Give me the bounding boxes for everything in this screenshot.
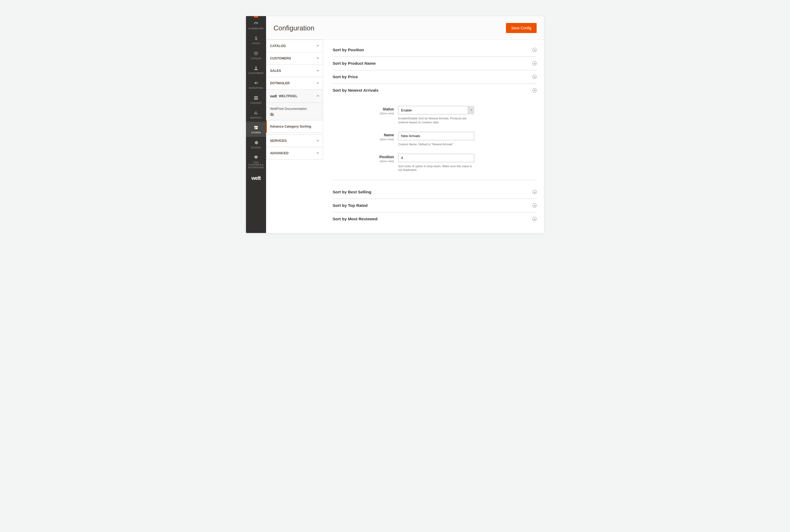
sidebar-item-dashboard[interactable]: DASHBOARD: [246, 18, 266, 33]
store-icon: 🏬: [270, 112, 274, 116]
section-sort-best-selling[interactable]: Sort by Best Selling: [333, 186, 537, 199]
section-title: Sort by Newest Arrivals: [333, 88, 378, 93]
page-title: Configuration: [274, 24, 315, 32]
cfg-tab-advanced[interactable]: ADVANCED: [266, 147, 323, 159]
cfg-tab-label: SALES: [270, 69, 281, 73]
field-note: Sort order of option in drop-down. Make …: [398, 164, 474, 172]
bar-chart-icon: [253, 110, 258, 115]
section-sort-price[interactable]: Sort by Price: [333, 70, 537, 84]
sidebar-label: DASHBOARD: [249, 27, 264, 30]
page-header: Configuration Save Config: [266, 16, 544, 40]
cfg-sub-advance-category-sorting[interactable]: Advance Category Sorting: [266, 120, 323, 133]
section-title: Sort by Best Selling: [333, 190, 371, 194]
scope-text: [store view]: [333, 112, 394, 115]
weltpixel-brand-icon: welt: [270, 94, 277, 98]
cfg-tab-label: CUSTOMERS: [270, 57, 291, 60]
cfg-tab-label: WELTPIXEL: [279, 94, 298, 98]
expand-icon: [532, 61, 537, 65]
megaphone-icon: [253, 80, 258, 85]
sidebar-label: CUSTOMERS: [249, 72, 264, 75]
expand-icon: [532, 190, 537, 194]
collapse-icon: [532, 88, 537, 92]
sidebar-label: SYSTEM: [251, 147, 261, 149]
sidebar-item-system[interactable]: SYSTEM: [246, 137, 266, 152]
sidebar-label: STORES: [251, 132, 261, 134]
sidebar-item-sales[interactable]: SALES: [246, 33, 266, 47]
sidebar-item-reports[interactable]: REPORTS: [246, 107, 266, 122]
dollar-icon: [253, 36, 258, 41]
cfg-tab-label: SERVICES: [270, 139, 287, 142]
section-title: Sort by Position: [333, 48, 364, 52]
field-label: Position [store view]: [333, 154, 394, 163]
config-body: CATALOG CUSTOMERS SALES DOTMAILER welt: [266, 40, 544, 233]
label-text: Position: [379, 155, 394, 159]
cfg-sub-weltpixel-docs[interactable]: WeltPixel Documentation 🏬: [266, 103, 323, 120]
expand-icon: [532, 217, 537, 221]
section-sort-top-rated[interactable]: Sort by Top Rated: [333, 199, 537, 212]
sidebar-item-content[interactable]: CONTENT: [246, 92, 266, 107]
cfg-tab-sales[interactable]: SALES: [266, 65, 323, 77]
person-icon: [253, 66, 258, 71]
expand-icon: [532, 203, 537, 208]
section-sort-product-name[interactable]: Sort by Product Name: [333, 57, 537, 70]
expand-icon: [532, 48, 537, 52]
spacer: [333, 180, 537, 186]
sidebar-label: MARKETING: [249, 87, 263, 89]
chevron-down-icon: [317, 44, 319, 48]
diamond-icon: [253, 155, 258, 160]
sidebar-item-stores[interactable]: STORES: [246, 122, 266, 137]
name-input[interactable]: [398, 132, 474, 140]
field-position: Position [store view] Sort order of opti…: [333, 151, 537, 177]
config-content: Sort by Position Sort by Product Name So…: [323, 40, 544, 233]
cfg-tab-customers[interactable]: CUSTOMERS: [266, 52, 323, 65]
sidebar-item-marketing[interactable]: MARKETING: [246, 77, 266, 92]
cfg-tab-catalog[interactable]: CATALOG: [266, 40, 323, 52]
cfg-tab-label: DOTMAILER: [270, 81, 289, 85]
cfg-sub-label: Advance Category Sorting: [270, 125, 311, 128]
cfg-sub-label: WeltPixel Documentation: [270, 107, 307, 111]
section-title: Sort by Product Name: [333, 61, 376, 66]
app-frame: DASHBOARD SALES CATALOG CUSTOMERS MARKET…: [246, 16, 544, 233]
save-config-button[interactable]: Save Config: [506, 23, 537, 33]
position-input[interactable]: [398, 154, 474, 162]
label-text: Status: [382, 107, 394, 111]
sidebar-label: SALES: [252, 42, 260, 45]
section-sort-most-reviewed[interactable]: Sort by Most Reviewed: [333, 212, 537, 226]
section-title: Sort by Most Reviewed: [333, 216, 378, 221]
sidebar-item-catalog[interactable]: CATALOG: [246, 48, 266, 62]
sidebar-item-find-partners[interactable]: FIND PARTNERS & EXTENSIONS: [246, 152, 266, 171]
field-status: Status [store view] Enable Enable/Disabl…: [333, 103, 537, 129]
weltpixel-footer-logo: welt: [246, 171, 266, 184]
sidebar-label: REPORTS: [250, 117, 262, 119]
chevron-down-icon: [317, 139, 319, 142]
sidebar-item-customers[interactable]: CUSTOMERS: [246, 62, 266, 77]
sidebar-label: CONTENT: [250, 102, 262, 104]
chevron-down-icon: [317, 151, 319, 155]
gear-icon: [253, 140, 258, 145]
sidebar-label: CATALOG: [250, 57, 261, 60]
status-select[interactable]: Enable: [398, 106, 474, 114]
field-name: Name [store view] Custom Name. Default i…: [333, 129, 537, 151]
chevron-up-icon: [317, 94, 319, 98]
cfg-tab-label: CATALOG: [270, 44, 286, 48]
cfg-tab-label: ADVANCED: [270, 151, 288, 155]
chevron-down-icon: [317, 69, 319, 73]
field-note: Custom Name. Default is "Newest Arrivals…: [398, 142, 474, 146]
field-label: Name [store view]: [333, 132, 394, 141]
cfg-tab-services[interactable]: SERVICES: [266, 134, 323, 147]
sidebar-label: FIND PARTNERS & EXTENSIONS: [247, 162, 265, 169]
box-icon: [253, 51, 258, 56]
chevron-down-icon: [317, 81, 319, 85]
cfg-tab-dotmailer[interactable]: DOTMAILER: [266, 77, 323, 90]
status-select-wrap: Enable: [398, 106, 474, 114]
section-sort-newest[interactable]: Sort by Newest Arrivals: [333, 84, 537, 97]
label-text: Name: [384, 133, 394, 137]
admin-sidebar: DASHBOARD SALES CATALOG CUSTOMERS MARKET…: [246, 16, 266, 233]
layout-icon: [253, 96, 258, 100]
section-title: Sort by Top Rated: [333, 203, 368, 208]
section-newest-body: Status [store view] Enable Enable/Disabl…: [333, 97, 537, 180]
cfg-tab-weltpixel[interactable]: welt WELTPIXEL: [266, 90, 323, 103]
field-label: Status [store view]: [333, 106, 394, 115]
section-sort-position[interactable]: Sort by Position: [333, 46, 537, 57]
scope-text: [store view]: [333, 159, 394, 163]
